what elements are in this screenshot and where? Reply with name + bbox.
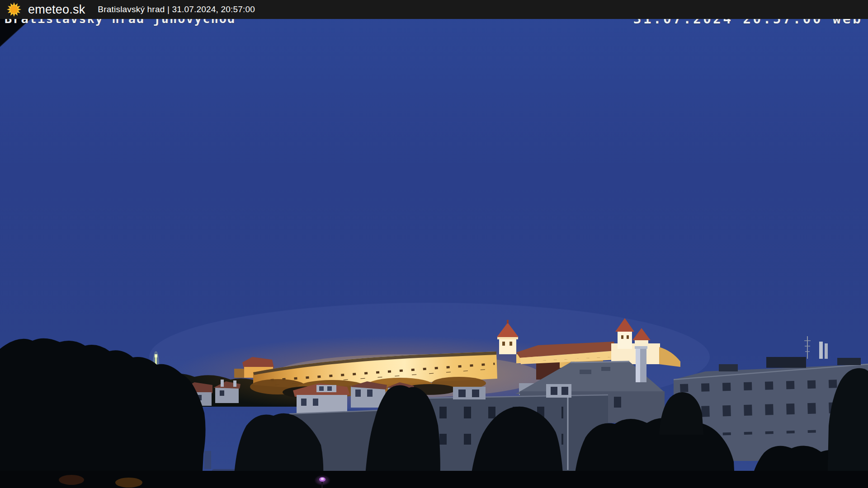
- sun-icon: [6, 2, 22, 17]
- webcam-page: Bratislavsky hrad juhovychod 31.07.2024 …: [0, 0, 868, 488]
- penthouse-1: [453, 387, 486, 399]
- site-header: emeteo.sk Bratislavský hrad | 31.07.2024…: [0, 0, 868, 19]
- white-chimney: [635, 346, 647, 382]
- brand-link[interactable]: emeteo.sk: [28, 0, 85, 19]
- penthouse-2: [546, 384, 571, 398]
- webcam-photo: Bratislavsky hrad juhovychod 31.07.2024 …: [0, 0, 868, 488]
- foliage-glow-orange: [115, 478, 142, 488]
- foliage-glow-red: [59, 475, 84, 485]
- camera-title: Bratislavský hrad | 31.07.2024, 20:57:00: [98, 5, 255, 14]
